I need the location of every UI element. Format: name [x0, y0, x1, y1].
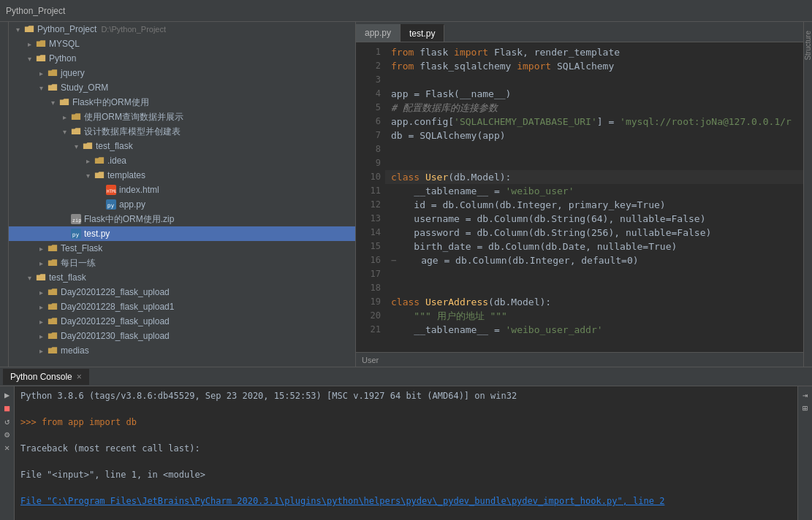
code-line-2: from flask_sqlalchemy import SQLAlchemy — [385, 59, 803, 73]
tree-arrow-test-py — [58, 228, 70, 240]
tree-item-jquery[interactable]: jquery — [9, 66, 355, 80]
code-line-18 — [385, 281, 803, 295]
code-line-4: app = Flask(__name__) — [385, 87, 803, 101]
console-expand-btn[interactable]: ⇥ — [800, 389, 811, 401]
tree-label-flask-orm-zip: Flask中的ORM使用.zip — [84, 213, 174, 226]
code-line-19: class UserAddress(db.Model): — [385, 295, 803, 309]
tree-label-index-html: index.html — [119, 185, 159, 195]
code-content[interactable]: from flask import Flask, render_template… — [385, 42, 803, 352]
status-bar: User — [356, 352, 803, 367]
console-output[interactable]: Python 3.8.6 (tags/v3.8.6:db45529, Sep 2… — [15, 386, 797, 520]
tree-item-day20201228-1[interactable]: Day20201228_flask_upload — [9, 285, 355, 299]
code-line-15: birth_date = db.Column(db.Date, nullable… — [385, 240, 803, 253]
console-area: Python Console × ▶ ■ ↺ ⚙ ✕ Python 3.8.6 … — [0, 367, 812, 520]
tree-item-app-py-inner[interactable]: pyapp.py — [9, 197, 355, 212]
tree-item-idea[interactable]: .idea — [9, 153, 355, 168]
tree-label-test-flask-folder: test_flask — [96, 141, 133, 151]
code-line-7: db = SQLAlchemy(app) — [385, 129, 803, 142]
tree-item-design-model[interactable]: 设计数据库模型并创建表 — [9, 124, 355, 139]
console-grid-btn[interactable]: ⊞ — [800, 402, 811, 414]
tree-label-mysql: MYSQL — [49, 39, 80, 49]
svg-text:HTML: HTML — [107, 188, 116, 194]
file-icon-day20201228-1 — [47, 286, 58, 298]
tree-item-test-py[interactable]: pytest.py — [9, 226, 355, 241]
tree-item-test-flask-root[interactable]: Test_Flask — [9, 241, 355, 256]
tree-arrow-design-model — [58, 126, 70, 137]
tree-item-templates[interactable]: templates — [9, 168, 355, 183]
tree-label-query-orm: 使用ORM查询数据并展示 — [84, 111, 183, 123]
code-line-12: id = db.Column(db.Integer, primary_key=T… — [385, 198, 803, 212]
code-line-6: app.config['SQLALCHEMY_DATABASE_URI'] = … — [385, 115, 803, 129]
tree-item-test-flask-2[interactable]: test_flask — [9, 270, 355, 285]
console-settings-btn[interactable]: ⚙ — [1, 429, 13, 440]
file-icon-daily — [47, 257, 58, 269]
console-run-btn[interactable]: ▶ — [1, 389, 13, 401]
tree-label-idea: .idea — [107, 156, 126, 166]
tree-label-daily: 每日一练 — [61, 257, 96, 269]
svg-text:py: py — [107, 202, 115, 209]
tree-item-flask-orm[interactable]: Flask中的ORM使用 — [9, 95, 355, 110]
tree-item-index-html[interactable]: HTMLindex.html — [9, 183, 355, 197]
tree-arrow-jquery — [35, 67, 47, 79]
tree-item-study-orm[interactable]: Study_ORM — [9, 80, 355, 95]
console-line: >>> from app import db — [20, 416, 792, 429]
code-line-13: username = db.Column(db.String(64), null… — [385, 212, 803, 226]
file-icon-flask-orm — [58, 96, 70, 108]
code-editor[interactable]: 123456789101112131415161718192021 from f… — [356, 42, 803, 352]
tree-item-daily[interactable]: 每日一练 — [9, 256, 355, 270]
tree-item-medias[interactable]: medias — [9, 343, 355, 358]
console-line: Traceback (most recent call last): — [20, 442, 792, 455]
console-rerun-btn[interactable]: ↺ — [1, 416, 13, 427]
structure-icon[interactable]: Structure — [804, 31, 812, 61]
tree-item-query-orm[interactable]: 使用ORM查询数据并展示 — [9, 110, 355, 124]
tab-test-py-tab[interactable]: test.py — [401, 24, 444, 42]
tree-label-flask-orm: Flask中的ORM使用 — [72, 96, 149, 109]
tree-label-day20201230: Day20201230_flask_upload — [61, 331, 170, 341]
tree-item-project-root[interactable]: Python_ProjectD:\Python_Project — [9, 22, 355, 37]
tree-arrow-test-flask-folder — [70, 140, 82, 152]
tree-arrow-project-root — [12, 23, 23, 35]
tree-arrow-app-py-inner — [94, 199, 105, 210]
tree-arrow-day20201229 — [35, 316, 47, 327]
tree-arrow-flask-orm — [47, 96, 58, 108]
tree-item-mysql[interactable]: MYSQL — [9, 37, 355, 51]
tree-item-test-flask-folder[interactable]: test_flask — [9, 139, 355, 153]
tree-item-day20201229[interactable]: Day20201229_flask_upload — [9, 314, 355, 329]
console-line[interactable]: File "C:\Program Files\JetBrains\PyCharm… — [20, 494, 792, 508]
code-line-9 — [385, 156, 803, 170]
code-line-11: __tablename__ = 'weibo_user' — [385, 184, 803, 198]
editor-tab-bar: app.pytest.py — [356, 22, 803, 42]
tree-item-flask-orm-zip[interactable]: zipFlask中的ORM使用.zip — [9, 212, 355, 226]
console-clear-btn[interactable]: ✕ — [1, 442, 13, 454]
tab-app-py[interactable]: app.py — [356, 24, 401, 42]
tree-item-python[interactable]: Python — [9, 51, 355, 66]
tree-item-day20201230[interactable]: Day20201230_flask_upload — [9, 329, 355, 343]
console-line: Python 3.8.6 (tags/v3.8.6:db45529, Sep 2… — [20, 389, 792, 402]
tree-arrow-medias — [35, 345, 47, 356]
window-title: Python_Project — [6, 6, 65, 16]
console-close-btn[interactable]: × — [77, 372, 82, 382]
svg-text:zip: zip — [72, 218, 81, 223]
tree-label-jquery: jquery — [61, 68, 85, 78]
code-line-20: """ 用户的地址 """ — [385, 309, 803, 323]
tree-label-day20201228-1: Day20201228_flask_upload — [61, 287, 170, 297]
tree-arrow-templates — [82, 169, 94, 181]
console-stop-btn[interactable]: ■ — [1, 402, 13, 414]
file-icon-mysql — [35, 38, 47, 50]
code-line-21: __tablename__ = 'weibo_user_addr' — [385, 323, 803, 337]
code-area: app.pytest.py 12345678910111213141516171… — [356, 22, 803, 367]
tree-item-day20201228-2[interactable]: Day20201228_flask_upload1 — [9, 299, 355, 314]
tree-label-study-orm: Study_ORM — [61, 83, 108, 93]
tree-arrow-test-flask-root — [35, 242, 47, 254]
code-line-5: # 配置数据库的连接参数 — [385, 101, 803, 115]
file-icon-python — [35, 53, 47, 64]
tree-arrow-day20201228-1 — [35, 286, 47, 298]
status-label: User — [362, 356, 379, 364]
console-tab-python[interactable]: Python Console × — [3, 369, 89, 385]
file-icon-jquery — [47, 67, 58, 79]
tree-arrow-python — [23, 53, 35, 64]
tree-label-project-root: Python_Project — [37, 24, 96, 34]
tree-label-medias: medias — [61, 345, 89, 356]
tree-label-python: Python — [49, 53, 76, 64]
tree-arrow-query-orm — [58, 111, 70, 123]
